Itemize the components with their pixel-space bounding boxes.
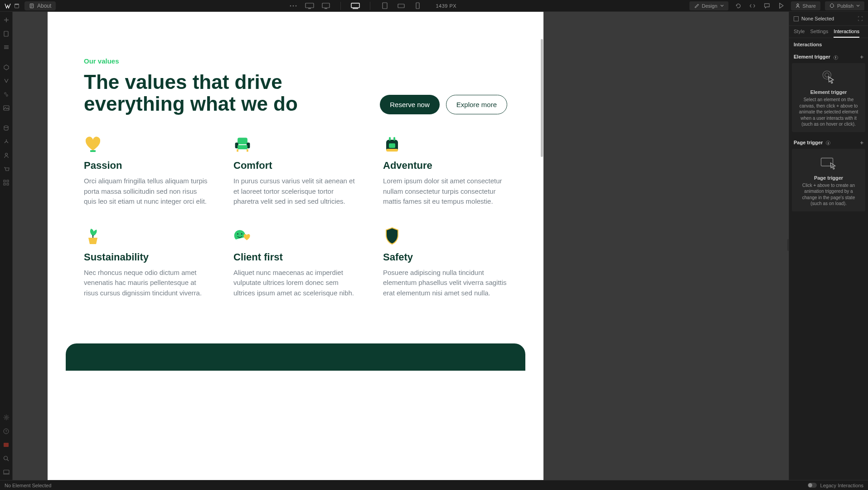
legacy-toggle[interactable] <box>808 483 817 488</box>
components-icon[interactable] <box>3 64 10 71</box>
search-icon[interactable] <box>3 455 10 462</box>
selection-indicator-icon <box>794 16 799 21</box>
card-title: Sustainability <box>84 251 208 263</box>
info-icon[interactable]: i <box>834 55 838 60</box>
more-icon[interactable] <box>289 2 298 10</box>
svg-rect-37 <box>4 443 9 447</box>
add-page-trigger-icon[interactable]: + <box>860 139 863 146</box>
page-chip[interactable]: About <box>24 1 56 10</box>
share-button[interactable]: Share <box>791 1 820 10</box>
headline: The values that drive everything what we… <box>84 71 338 114</box>
card-title: Client first <box>233 251 358 263</box>
mobile-landscape-icon[interactable] <box>397 2 406 10</box>
heart-icon <box>84 135 102 153</box>
page-icon <box>29 3 34 9</box>
undo-icon[interactable] <box>733 1 743 11</box>
backpack-icon <box>383 135 401 153</box>
logic-icon[interactable] <box>3 138 10 145</box>
svg-point-34 <box>5 416 7 418</box>
canvas-scrollbar[interactable] <box>540 12 543 480</box>
tab-style[interactable]: Style <box>794 29 805 38</box>
desktop-large-icon[interactable] <box>305 2 314 10</box>
home-page-icon[interactable] <box>14 3 20 9</box>
element-trigger-heading: Element trigger i + <box>789 51 868 63</box>
svg-rect-48 <box>247 149 248 152</box>
tab-interactions[interactable]: Interactions <box>834 29 859 38</box>
reserve-now-button[interactable]: Reserve now <box>380 95 440 114</box>
comment-icon[interactable] <box>762 1 772 11</box>
element-trigger-desc: Select an element on the canvas, then cl… <box>796 97 861 127</box>
element-trigger-box: Element trigger Select an element on the… <box>792 63 865 132</box>
card-title: Passion <box>84 160 208 172</box>
webflow-logo-icon[interactable] <box>4 2 12 10</box>
card-title: Adventure <box>383 160 507 172</box>
page-name: About <box>37 3 51 9</box>
svg-rect-1 <box>15 4 19 5</box>
top-toolbar: About 1439 PX Design Share Publish <box>0 0 868 12</box>
help-icon[interactable]: ? <box>3 427 10 435</box>
svg-rect-60 <box>821 158 833 166</box>
svg-rect-21 <box>4 31 8 36</box>
design-label: Design <box>702 3 717 9</box>
design-mode-button[interactable]: Design <box>689 1 728 10</box>
svg-point-6 <box>290 5 291 6</box>
breakpoint-group: 1439 PX <box>289 2 456 10</box>
chevron-down-icon <box>720 5 724 7</box>
mobile-icon[interactable] <box>413 2 422 10</box>
values-grid: Passion Orci aliquam fringilla tellus al… <box>84 135 507 298</box>
assets-icon[interactable] <box>3 104 10 112</box>
svg-rect-15 <box>383 3 387 9</box>
svg-rect-9 <box>305 3 314 8</box>
tab-settings[interactable]: Settings <box>810 29 828 38</box>
desktop-base-icon[interactable] <box>351 2 360 10</box>
selector-expand-icon[interactable] <box>857 15 863 22</box>
pages-icon[interactable] <box>3 30 10 37</box>
page-trigger-heading: Page trigger i + <box>789 137 868 149</box>
shield-icon <box>383 227 401 245</box>
share-label: Share <box>803 3 816 9</box>
video-icon[interactable] <box>3 441 10 448</box>
publish-button[interactable]: Publish <box>825 1 864 10</box>
svg-point-25 <box>5 93 6 94</box>
card-body: Posuere adipiscing nulla tincidunt eleme… <box>383 268 507 299</box>
code-icon[interactable] <box>747 1 757 11</box>
armchair-icon <box>233 135 252 153</box>
svg-point-58 <box>823 71 831 79</box>
svg-rect-13 <box>351 3 359 8</box>
publish-label: Publish <box>837 3 853 9</box>
audit-icon[interactable] <box>3 468 10 475</box>
svg-rect-33 <box>7 183 9 185</box>
value-card-safety: Safety Posuere adipiscing nulla tincidun… <box>383 227 507 299</box>
svg-rect-12 <box>325 8 327 9</box>
ecommerce-icon[interactable] <box>3 165 10 172</box>
cms-icon[interactable] <box>3 124 10 132</box>
info-icon[interactable]: i <box>826 141 830 145</box>
preview-icon[interactable] <box>776 1 786 11</box>
svg-rect-16 <box>398 4 404 8</box>
explore-more-button[interactable]: Explore more <box>446 95 507 114</box>
brush-icon <box>694 3 699 8</box>
svg-line-39 <box>7 459 9 461</box>
svg-text:?: ? <box>5 429 7 433</box>
variables-icon[interactable] <box>3 77 10 84</box>
footer-band <box>66 343 525 371</box>
tablet-icon[interactable] <box>380 2 389 10</box>
svg-rect-50 <box>389 137 391 141</box>
style-selectors-icon[interactable] <box>3 91 10 98</box>
svg-rect-30 <box>4 180 5 182</box>
svg-rect-31 <box>7 180 9 182</box>
users-icon[interactable] <box>3 152 10 159</box>
desktop-icon[interactable] <box>321 2 330 10</box>
add-element-icon[interactable] <box>3 16 10 24</box>
page-content: Our values The values that drive everyth… <box>48 12 543 298</box>
apps-icon[interactable] <box>3 179 10 186</box>
value-card-sustainability: Sustainability Nec rhoncus neque odio di… <box>84 227 208 299</box>
svg-rect-40 <box>4 470 9 474</box>
canvas[interactable]: Our values The values that drive everyth… <box>48 12 543 480</box>
add-element-trigger-icon[interactable]: + <box>860 54 863 60</box>
element-trigger-icon <box>820 68 838 86</box>
right-panel: None Selected Style Settings Interaction… <box>789 12 868 480</box>
settings-icon[interactable] <box>3 414 10 421</box>
value-card-comfort: Comfort In purus cursus varius velit sit… <box>233 135 358 207</box>
navigator-icon[interactable] <box>3 44 10 51</box>
